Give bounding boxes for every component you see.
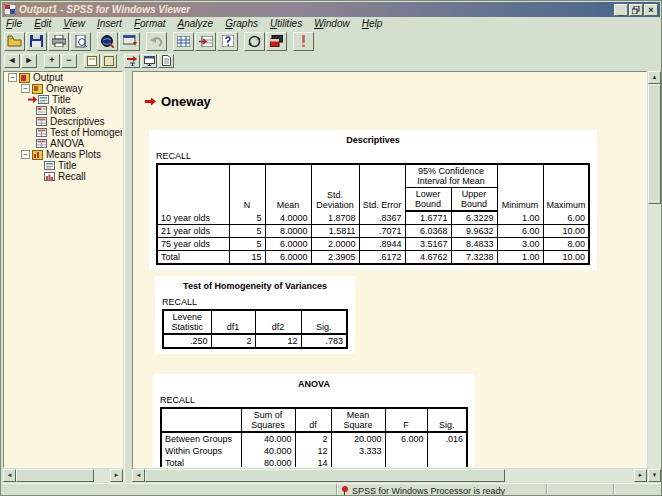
- col-header-confidence-interval: 95% Confidence Interval for Mean: [405, 164, 497, 188]
- table-cell: 7.3238: [451, 251, 497, 265]
- descriptives-table: N Mean Std. Deviation Std. Error 95% Con…: [156, 163, 590, 265]
- menu-insert[interactable]: Insert: [93, 18, 126, 29]
- export-output-button[interactable]: [97, 32, 118, 51]
- undo-button[interactable]: [146, 32, 167, 51]
- scroll-left-icon[interactable]: ◄: [3, 469, 16, 482]
- table-cell: 40.000: [241, 432, 295, 445]
- table-cell: 75 year olds: [157, 238, 229, 251]
- tree-item-plot-title[interactable]: Title: [4, 160, 122, 171]
- tree-item-output[interactable]: − Output: [4, 72, 122, 83]
- table-cell: 6.00: [543, 211, 589, 225]
- table-cell: 3.333: [331, 445, 385, 457]
- goto-case-icon: [199, 36, 213, 47]
- menu-format[interactable]: Format: [130, 18, 170, 29]
- table-cell: .016: [427, 432, 467, 445]
- hide-button[interactable]: [101, 54, 117, 68]
- table-cell: [331, 457, 385, 468]
- promote-button[interactable]: ◄: [4, 54, 20, 68]
- use-sets-button[interactable]: [244, 32, 265, 51]
- insert-title-button[interactable]: [141, 54, 157, 68]
- restore-button[interactable]: [629, 4, 643, 16]
- scroll-up-icon[interactable]: ▲: [648, 71, 661, 84]
- table-cell: 6.3229: [451, 211, 497, 225]
- oneway-heading: Oneway: [161, 94, 211, 109]
- data-grid-icon: [177, 36, 190, 47]
- table-cell: 14: [295, 457, 331, 468]
- output-content-pane: Oneway Descriptives RECALL N Mean Std. D…: [132, 71, 647, 468]
- save-file-button[interactable]: [26, 32, 47, 51]
- goto-case-button[interactable]: [195, 32, 216, 51]
- content-vertical-scrollbar[interactable]: ▲ ▼: [648, 71, 661, 482]
- hide-icon: [104, 56, 114, 66]
- collapse-button[interactable]: −: [61, 54, 77, 68]
- homogeneity-block: Test of Homogeneity of Variances RECALL …: [155, 276, 355, 354]
- table-cell: 2.3905: [311, 251, 359, 265]
- table-cell: .783: [301, 334, 347, 348]
- col-header-maximum: Maximum: [543, 164, 589, 211]
- collapse-box-icon[interactable]: −: [21, 84, 30, 93]
- anova-corner-cell: [161, 408, 241, 432]
- scroll-left-icon[interactable]: ◄: [132, 469, 145, 482]
- menu-analyze[interactable]: Analyze: [174, 18, 218, 29]
- menu-help[interactable]: Help: [358, 18, 387, 29]
- table-cell: Within Groups: [161, 445, 241, 457]
- collapse-box-icon[interactable]: −: [21, 150, 30, 159]
- tree-item-anova[interactable]: ANOVA: [4, 138, 122, 149]
- print-preview-icon: [75, 35, 87, 48]
- collapse-box-icon[interactable]: −: [8, 73, 17, 82]
- open-file-button[interactable]: [4, 32, 25, 51]
- status-bar: SPSS for Windows Processor is ready: [2, 483, 662, 496]
- scroll-thumb[interactable]: [16, 469, 94, 482]
- content-horizontal-scrollbar[interactable]: ◄ ►: [132, 469, 647, 482]
- col-header-lower-bound: Lower Bound: [405, 188, 451, 212]
- print-button[interactable]: [48, 32, 69, 51]
- close-button[interactable]: ×: [644, 4, 658, 16]
- notes-icon: [36, 106, 47, 115]
- table-cell: 6.0000: [265, 251, 311, 265]
- designate-window-button[interactable]: [266, 32, 287, 51]
- col-header-df2: df2: [255, 310, 301, 334]
- descriptives-block: Descriptives RECALL N Mean Std. Deviatio…: [149, 130, 597, 270]
- anova-variable-label: RECALL: [160, 395, 468, 405]
- menu-edit[interactable]: Edit: [30, 18, 55, 29]
- tree-item-homogeneity[interactable]: Test of Homogeneity of V: [4, 127, 122, 138]
- table-cell: 80.000: [241, 457, 295, 468]
- insert-heading-button[interactable]: [124, 54, 140, 68]
- menu-utilities[interactable]: Utilities: [266, 18, 306, 29]
- tree-item-oneway[interactable]: − Oneway: [4, 83, 122, 94]
- tree-item-title[interactable]: Title: [4, 94, 122, 105]
- show-button[interactable]: [84, 54, 100, 68]
- goto-data-button[interactable]: [173, 32, 194, 51]
- table-cell: [385, 457, 427, 468]
- status-message: SPSS for Windows Processor is ready: [352, 486, 505, 496]
- show-icon: [87, 56, 97, 66]
- printer-icon: [52, 35, 66, 47]
- scroll-thumb[interactable]: [145, 469, 505, 482]
- variables-button[interactable]: [217, 32, 238, 51]
- print-preview-button[interactable]: [70, 32, 91, 51]
- tree-item-notes[interactable]: Notes: [4, 105, 122, 116]
- demote-button[interactable]: ►: [21, 54, 37, 68]
- current-item-arrow-icon: [145, 97, 156, 106]
- scroll-thumb[interactable]: [648, 84, 661, 204]
- anova-block: ANOVA RECALL Sum of Squares df Mean Squa…: [153, 374, 475, 468]
- menu-file[interactable]: File: [2, 18, 26, 29]
- insert-text-button[interactable]: [158, 54, 174, 68]
- table-icon: [36, 117, 47, 126]
- scroll-right-icon[interactable]: ►: [110, 469, 123, 482]
- anova-table: Sum of Squares df Mean Square F Sig. Bet…: [160, 407, 468, 468]
- dialog-recall-button[interactable]: [119, 32, 140, 51]
- tree-item-descriptives[interactable]: Descriptives: [4, 116, 122, 127]
- minimize-button[interactable]: _: [614, 4, 628, 16]
- menu-graphs[interactable]: Graphs: [221, 18, 262, 29]
- menu-window[interactable]: Window: [310, 18, 354, 29]
- scroll-down-icon[interactable]: ▼: [648, 469, 661, 482]
- run-script-button[interactable]: [293, 32, 314, 51]
- tree-item-recall-chart[interactable]: Recall: [4, 171, 122, 182]
- menu-view[interactable]: View: [59, 18, 89, 29]
- expand-button[interactable]: +: [44, 54, 60, 68]
- tree-item-means-plots[interactable]: − Means Plots: [4, 149, 122, 160]
- scroll-right-icon[interactable]: ►: [634, 469, 647, 482]
- outline-horizontal-scrollbar[interactable]: ◄ ►: [3, 469, 123, 482]
- col-header-minimum: Minimum: [497, 164, 543, 211]
